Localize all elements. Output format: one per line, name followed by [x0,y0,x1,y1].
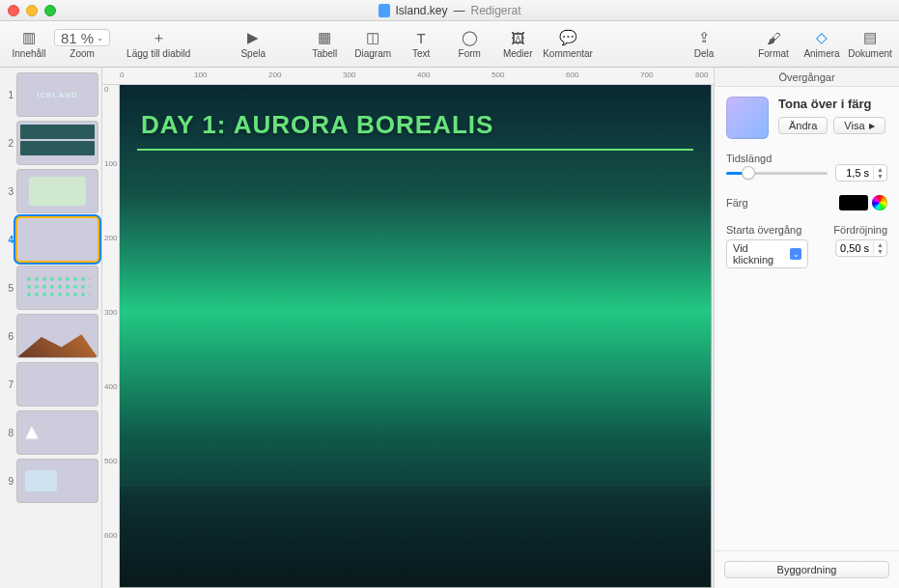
slide-thumb[interactable]: 7 [4,363,98,406]
title-bar: Island.key — Redigerat [0,0,899,21]
transition-name: Tona över i färg [778,97,887,111]
toolbar-media-button[interactable]: 🖼 Medier [494,23,541,66]
document-icon [378,4,389,17]
stepper-up-icon[interactable]: ▲ [874,241,886,248]
build-order-button[interactable]: Byggordning [724,561,889,578]
shape-icon: ◯ [462,29,478,46]
slide[interactable]: DAY 1: AURORA BOREALIS [120,85,711,587]
toolbar-comment-button[interactable]: 💬 Kommentar [543,23,593,66]
color-wheel-icon[interactable] [872,195,887,210]
stepper-down-icon[interactable]: ▼ [874,173,886,180]
start-transition-label: Starta övergång [726,224,808,236]
thumb-preview [17,411,98,454]
inspector-tab[interactable]: Övergångar [715,68,899,87]
fullscreen-icon[interactable] [44,5,56,16]
thumb-preview [17,460,98,502]
slide-title[interactable]: DAY 1: AURORA BOREALIS [141,110,493,140]
thumb-preview [17,363,98,406]
toolbar-document-button[interactable]: ▤ Dokument [847,23,893,66]
transition-preview[interactable] [726,97,769,139]
toolbar-add-slide-button[interactable]: ＋ Lägg till diabild [112,23,205,66]
toolbar-text-button[interactable]: T Text [398,23,444,66]
vertical-ruler: 0 100 200 300 400 500 600 [102,85,120,588]
text-icon: T [417,29,426,46]
play-icon: ▶ [247,29,259,46]
share-icon: ⇪ [698,29,711,46]
thumb-preview [17,315,98,357]
toolbar-animate-button[interactable]: ◇ Animera [799,23,845,66]
window-title: Island.key — Redigerat [378,4,520,17]
duration-slider[interactable] [726,166,828,180]
slide-thumb[interactable]: 5 [4,266,98,309]
toolbar: ▥ Innehåll 81 % ⌄ Zoom ＋ Lägg till diabi… [0,21,899,68]
chart-icon: ◫ [366,29,379,46]
duration-label: Tidslängd [726,153,887,164]
thumb-preview [17,122,98,164]
table-icon: ▦ [318,29,331,46]
toolbar-shape-button[interactable]: ◯ Form [446,23,492,66]
media-icon: 🖼 [511,29,525,46]
toolbar-share-button[interactable]: ⇪ Dela [681,23,727,66]
stepper-down-icon[interactable]: ▼ [874,248,886,255]
canvas-area: 0 100 200 300 400 500 600 700 800 0 100 … [102,68,714,588]
stepper-up-icon[interactable]: ▲ [874,166,886,173]
toolbar-zoom[interactable]: 81 % ⌄ Zoom [54,23,110,66]
start-transition-select[interactable]: Vid klickning ⌄ [726,239,808,268]
color-swatch[interactable] [839,195,868,210]
thumb-preview: ICELAND [17,73,98,116]
toolbar-chart-button[interactable]: ◫ Diagram [350,23,396,66]
slide-thumb[interactable]: 6 [4,315,98,357]
slide-thumb[interactable]: 8 [4,411,98,454]
slide-canvas[interactable]: DAY 1: AURORA BOREALIS [120,85,714,588]
change-transition-button[interactable]: Ändra [778,117,828,134]
play-icon: ▶ [869,122,875,130]
zoom-value-box[interactable]: 81 % ⌄ [54,29,110,46]
slide-thumb[interactable]: 4 [4,218,98,261]
toolbar-play-button[interactable]: ▶ Spela [207,23,299,66]
toolbar-content-button[interactable]: ▥ Innehåll [6,23,52,66]
slide-thumb[interactable]: 9 [4,460,98,502]
dropdown-icon: ⌄ [790,248,801,260]
brush-icon: 🖌 [767,29,781,46]
delay-field[interactable] [836,240,873,256]
animate-icon: ◇ [816,29,828,46]
toolbar-table-button[interactable]: ▦ Tabell [301,23,348,66]
duration-field[interactable] [836,165,873,181]
plus-icon: ＋ [152,29,166,46]
thumb-preview [17,218,98,261]
slide-thumb[interactable]: 1ICELAND [4,73,98,116]
title-underline [137,149,693,151]
horizontal-ruler: 0 100 200 300 400 500 600 700 800 [102,68,714,85]
duration-stepper[interactable]: ▲▼ [835,164,887,182]
delay-label: Fördröjning [833,224,887,236]
slide-navigator[interactable]: 1ICELAND 2 3 4 5 6 7 8 9 [0,68,102,588]
comment-icon: 💬 [559,29,577,46]
close-icon[interactable] [8,5,19,16]
delay-stepper[interactable]: ▲▼ [835,239,887,257]
slide-thumb[interactable]: 2 [4,122,98,164]
minimize-icon[interactable] [26,5,38,16]
list-icon: ▥ [22,29,36,46]
thumb-preview [17,266,98,309]
chevron-down-icon: ⌄ [97,34,103,42]
document-settings-icon: ▤ [863,29,877,46]
thumb-preview [17,170,98,212]
slide-thumb[interactable]: 3 [4,170,98,212]
filename: Island.key [395,4,447,17]
preview-transition-button[interactable]: Visa▶ [833,117,885,134]
slider-knob[interactable] [743,167,754,179]
inspector-panel: Övergångar Tona över i färg Ändra Visa▶ … [714,68,899,588]
edited-label: Redigerat [471,4,521,17]
toolbar-format-button[interactable]: 🖌 Format [750,23,797,66]
traffic-lights [8,5,56,16]
color-label: Färg [726,197,748,209]
